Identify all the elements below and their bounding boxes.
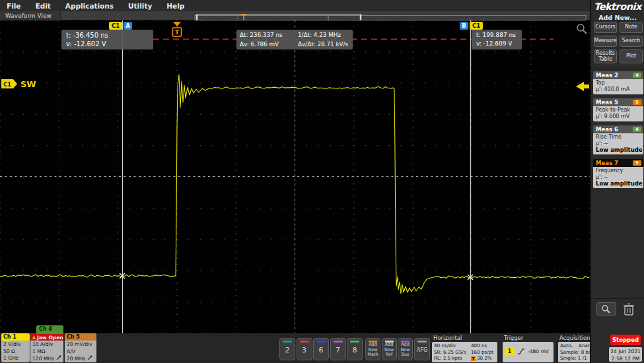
add-new-ref-button[interactable]: AddNewRef: [382, 338, 397, 360]
cursor-b-badge[interactable]: B: [460, 22, 468, 30]
menu-item-help[interactable]: Help: [166, 2, 184, 10]
trigger-panel[interactable]: Trigger 1 -480 mV: [501, 334, 555, 362]
rising-edge-icon: [517, 348, 525, 355]
meas-line: Rise Time: [596, 134, 643, 141]
tab-waveform-view[interactable]: Waveform View: [0, 11, 61, 20]
afg-button[interactable]: AFG: [414, 338, 430, 360]
ch4-warning: ▲Jaw Open: [30, 333, 63, 341]
measure-button[interactable]: Measure: [594, 36, 617, 47]
horizontal-value: SR: 6.25 GS/s: [434, 349, 471, 356]
horizontal-panel[interactable]: Horizontal 40 ns/div400 nsSR: 6.25 GS/s1…: [431, 334, 499, 362]
menu-item-utility[interactable]: Utility: [128, 2, 152, 10]
cursor-a-channel-badge[interactable]: C1: [109, 22, 122, 30]
settings-bar: Ch 1 2 V/div 50 Ω 1 GHz ▲Jaw Open 10 A/d…: [0, 333, 590, 363]
channel-2-button[interactable]: 2: [279, 338, 295, 360]
channel-4-tab[interactable]: Ch 4: [36, 325, 63, 334]
meas-line: µ': 400.0 mA: [596, 86, 643, 93]
ch5-bandwidth: 20 MHz: [67, 355, 96, 362]
meas-card-meas-6[interactable]: Meas 64Rise Timeµ': --Low amplitude: [593, 125, 643, 154]
channel-1-name: Ch 1: [1, 333, 30, 341]
meas-line: Frequency: [596, 168, 643, 174]
meas-source-badge: 5: [633, 100, 641, 105]
ch1-scale: 2 V/div: [3, 341, 30, 348]
trigger-title: Trigger: [501, 334, 555, 342]
zoom-button[interactable]: [596, 302, 616, 315]
cursor-b-voltage: v: -12.609 V: [476, 40, 522, 48]
ch4-scale: 10 A/div: [32, 341, 63, 348]
search-button[interactable]: Search: [620, 36, 643, 47]
meas-line: Peak-to-Peak: [596, 107, 643, 114]
svg-text:C1: C1: [3, 82, 11, 88]
cursor-b-time: t: 199.887 ns: [476, 31, 522, 40]
time: 2:58:12 PM: [609, 355, 642, 362]
menu-item-file[interactable]: File: [7, 2, 21, 10]
cursor-a-readout: t: -36.450 ns v: -12.602 V: [61, 30, 153, 50]
channel-3-button[interactable]: 3: [297, 338, 312, 360]
channel-8-button[interactable]: 8: [347, 338, 363, 360]
meas-warning: Low amplitude: [596, 147, 643, 154]
channel-1-badge[interactable]: Ch 1 2 V/div 50 Ω 1 GHz: [1, 333, 30, 362]
channel-color-stripe: [350, 341, 359, 343]
waveform-svg[interactable]: TC1ABC1C1SW: [0, 20, 590, 333]
channel-7-button[interactable]: 7: [330, 338, 346, 360]
add-new-label: Add New...: [591, 12, 644, 21]
warning-icon: ▲: [32, 335, 36, 340]
meas-line: Top: [596, 80, 643, 86]
add-new-bus-button[interactable]: AddNewBus: [398, 338, 413, 360]
horizontal-value: 160 ps/pt: [471, 349, 496, 356]
horizontal-value: 40 ns/div: [434, 343, 471, 349]
inverse-delta-t: 1/Δt: 4.23 MHz: [298, 31, 353, 40]
menu-item-applications[interactable]: Applications: [65, 2, 114, 10]
svg-text:T: T: [175, 29, 180, 36]
meas-name: Meas 75: [593, 159, 643, 167]
channel-6-button[interactable]: 6: [313, 338, 329, 360]
cursor-b-channel-badge[interactable]: C1: [470, 22, 483, 30]
trigger-level: -480 mV: [528, 348, 549, 354]
svg-text:C1: C1: [472, 22, 480, 29]
menu-item-edit[interactable]: Edit: [36, 2, 51, 10]
meas-name: Meas 64: [593, 125, 643, 133]
channel-color-stripe: [283, 341, 292, 343]
svg-text:A: A: [125, 22, 130, 29]
run-state-button[interactable]: Stopped: [610, 335, 641, 345]
svg-text:B: B: [462, 22, 466, 29]
waveform-display[interactable]: TC1ABC1C1SW t: -36.450 ns v: -12.602 V Δ…: [0, 20, 590, 333]
cursor-a-voltage: v: -12.602 V: [66, 40, 153, 48]
note-button[interactable]: Note: [620, 22, 643, 33]
tab-bar: Waveform View: [0, 11, 590, 20]
channel-5-name: Ch 5: [65, 333, 96, 341]
cursor-a-time: t: -36.450 ns: [66, 31, 153, 40]
cursor-delta-readout: Δt: 236.337 ns 1/Δt: 4.23 MHz Δv: 6.786 …: [236, 30, 353, 50]
channel-4-badge[interactable]: ▲Jaw Open 10 A/div 1 MΩ 120 MHz: [30, 333, 63, 362]
datetime-display: 24 Jun 2021 2:58:12 PM: [609, 347, 642, 362]
meas-source-badge: 5: [633, 160, 641, 166]
horizontal-value: RL: 2.5 kpts: [434, 355, 471, 362]
trash-icon: [622, 302, 636, 316]
meas-card-meas-7[interactable]: Meas 75Frequencyµ': --Low amplitude: [593, 159, 643, 188]
horizontal-value: T30.2%: [471, 355, 496, 362]
add-new-math-button[interactable]: AddNewMath: [365, 338, 380, 360]
cursors-button[interactable]: Cursors: [594, 22, 617, 33]
horizontal-title: Horizontal: [431, 334, 499, 342]
ch1-bandwidth: 1 GHz: [3, 355, 30, 362]
trash-button[interactable]: [622, 302, 636, 316]
meas-card-meas-2[interactable]: Meas 24Topµ': 400.0 mA: [593, 71, 643, 94]
channel-5-badge[interactable]: Ch 5 20 mV/div A/V 20 MHz: [65, 333, 96, 362]
horizontal-value: 400 ns: [471, 343, 496, 349]
svg-text:C1: C1: [112, 22, 120, 29]
delta-v: Δv: 6.786 mV: [240, 40, 298, 50]
plot-button[interactable]: Plot: [620, 50, 643, 63]
channel-color-stripe: [300, 341, 309, 343]
probe-icon: [56, 355, 61, 360]
meas-source-badge: 4: [633, 127, 641, 132]
channel-color-stripe: [316, 341, 326, 343]
menu-bar: FileEditApplicationsUtilityHelp: [0, 0, 590, 11]
meas-name: Meas 55: [593, 98, 643, 106]
cursor-a-badge[interactable]: A: [124, 22, 132, 30]
meas-card-meas-5[interactable]: Meas 55Peak-to-Peakµ': 9.600 mV: [593, 98, 643, 121]
ch4-bandwidth: 120 MHz: [32, 355, 63, 362]
results-table-button[interactable]: Results Table: [594, 50, 617, 63]
tektronix-logo: Tektronix: [591, 0, 644, 12]
meas-line: µ': 9.600 mV: [596, 114, 643, 120]
probe-icon: [87, 355, 92, 360]
